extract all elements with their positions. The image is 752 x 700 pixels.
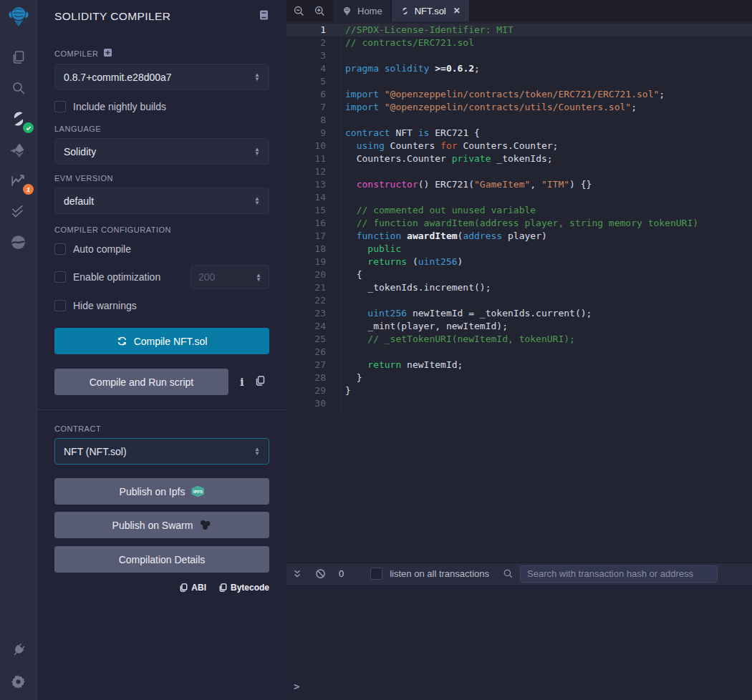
info-icon[interactable]: i: [240, 376, 244, 389]
compilation-details-button[interactable]: Compilation Details: [54, 546, 269, 573]
deploy-run-icon[interactable]: [0, 137, 37, 163]
close-tab-icon[interactable]: ✕: [453, 6, 461, 16]
compiler-version-select[interactable]: 0.8.7+commit.e28d00a7 ▲▼: [54, 64, 269, 90]
compile-button[interactable]: Compile NFT.sol: [54, 328, 269, 354]
code-line-9[interactable]: 9contract NFT is ERC721 {: [286, 127, 752, 140]
line-number: 27: [286, 359, 326, 371]
expand-terminal-icon[interactable]: [292, 569, 302, 579]
code-line-14[interactable]: 14: [286, 191, 752, 204]
line-number: 19: [286, 256, 326, 268]
copy-bytecode-link[interactable]: Bytecode: [219, 583, 269, 593]
code-editor[interactable]: 1//SPDX-License-Identifier: MIT2// contr…: [286, 21, 752, 563]
select-arrows-icon: ▲▼: [254, 147, 260, 155]
code-line-20[interactable]: 20 {: [286, 268, 752, 281]
code-line-27[interactable]: 27 return newItemId;: [286, 359, 752, 371]
transaction-search-input[interactable]: [520, 565, 718, 583]
compiler-config-label: COMPILER CONFIGURATION: [54, 225, 269, 234]
evm-version-select[interactable]: default ▲▼: [54, 188, 269, 214]
compile-success-badge: [23, 122, 34, 133]
code-line-11[interactable]: 11 Counters.Counter private _tokenIds;: [286, 152, 752, 165]
line-number: 26: [286, 346, 326, 359]
code-line-24[interactable]: 24 _mint(player, newItemId);: [286, 320, 752, 333]
code-line-30[interactable]: 30: [286, 397, 752, 410]
remix-logo[interactable]: [0, 4, 37, 29]
static-analysis-icon[interactable]: 1: [0, 167, 37, 193]
transaction-count: 0: [339, 568, 344, 579]
solidity-compiler-icon[interactable]: [0, 106, 37, 132]
language-select[interactable]: Solidity ▲▼: [54, 138, 269, 165]
evm-version-label: EVM VERSION: [54, 174, 269, 183]
line-number: 20: [286, 268, 326, 281]
plugin-manager-icon[interactable]: [0, 637, 37, 663]
remix-ide-window: 1: [0, 0, 752, 700]
nightly-builds-checkbox[interactable]: [54, 101, 66, 112]
clear-console-icon[interactable]: [315, 568, 326, 579]
search-icon[interactable]: [0, 75, 37, 101]
line-number: 12: [286, 165, 326, 178]
code-line-4[interactable]: 4pragma solidity >=0.6.2;: [286, 62, 752, 75]
copy-icon[interactable]: [256, 376, 265, 389]
tab-nft-sol[interactable]: NFT.sol ✕: [392, 0, 470, 21]
code-line-16[interactable]: 16 // function awardItem(address player,…: [286, 217, 752, 230]
line-number: 30: [286, 397, 326, 410]
compiler-section-label: COMPILER: [54, 48, 269, 59]
ipfs-icon: IPFS: [191, 486, 204, 497]
enable-optimization-row: Enable optimization 200 ▲▼: [54, 265, 269, 289]
remix-home-icon: [342, 6, 352, 16]
hide-warnings-checkbox[interactable]: [54, 300, 66, 311]
copy-abi-link[interactable]: ABI: [180, 583, 206, 593]
code-line-3[interactable]: 3: [286, 49, 752, 62]
line-number: 17: [286, 230, 326, 243]
tab-home[interactable]: Home: [333, 0, 392, 21]
line-number: 13: [286, 178, 326, 191]
sourcify-icon[interactable]: [0, 229, 37, 255]
code-line-6[interactable]: 6import "@openzeppelin/contracts/token/E…: [286, 88, 752, 101]
zoom-out-icon[interactable]: [293, 5, 305, 17]
code-line-19[interactable]: 19 returns (uint256): [286, 256, 752, 268]
optimization-runs-input[interactable]: 200 ▲▼: [191, 265, 269, 289]
code-line-12[interactable]: 12: [286, 165, 752, 178]
code-line-23[interactable]: 23 uint256 newItemId = _tokenIds.current…: [286, 307, 752, 320]
compile-and-run-button[interactable]: Compile and Run script: [54, 369, 228, 395]
code-line-2[interactable]: 2// contracts/ERC721.sol: [286, 37, 752, 49]
auto-compile-row: Auto compile: [54, 243, 269, 255]
code-line-29[interactable]: 29}: [286, 384, 752, 397]
code-line-21[interactable]: 21 _tokenIds.increment();: [286, 281, 752, 294]
line-number: 22: [286, 294, 326, 307]
code-line-10[interactable]: 10 using Counters for Counters.Counter;: [286, 140, 752, 152]
code-line-25[interactable]: 25 // _setTokenURI(newItemId, tokenURI);: [286, 333, 752, 346]
line-number: 24: [286, 320, 326, 333]
language-label: LANGUAGE: [54, 125, 269, 133]
terminal-output[interactable]: >: [286, 584, 752, 699]
listen-transactions-label: listen on all transactions: [390, 568, 489, 579]
code-line-18[interactable]: 18 public: [286, 243, 752, 256]
unit-testing-icon[interactable]: [0, 198, 37, 224]
code-line-5[interactable]: 5: [286, 75, 752, 88]
code-line-1[interactable]: 1//SPDX-License-Identifier: MIT: [286, 24, 752, 37]
line-number: 1: [286, 24, 326, 37]
code-line-22[interactable]: 22: [286, 294, 752, 307]
code-line-15[interactable]: 15 // commented out unused variable: [286, 204, 752, 217]
select-arrows-icon: ▲▼: [254, 73, 260, 81]
publish-swarm-button[interactable]: Publish on Swarm: [54, 512, 269, 538]
contract-select[interactable]: NFT (NFT.sol) ▲▼: [54, 438, 269, 465]
listen-transactions-checkbox[interactable]: [370, 568, 382, 580]
code-line-26[interactable]: 26: [286, 346, 752, 359]
documentation-book-icon[interactable]: [259, 9, 269, 24]
compiler-add-icon[interactable]: [103, 48, 112, 59]
settings-gear-icon[interactable]: [0, 669, 37, 694]
code-line-28[interactable]: 28 }: [286, 371, 752, 384]
code-line-13[interactable]: 13 constructor() ERC721("GameItem", "ITM…: [286, 178, 752, 191]
file-explorer-icon[interactable]: [0, 44, 37, 70]
line-number: 4: [286, 62, 326, 75]
select-arrows-icon: ▲▼: [254, 197, 260, 205]
code-line-8[interactable]: 8: [286, 114, 752, 127]
enable-optimization-checkbox[interactable]: [54, 271, 66, 283]
hide-warnings-row: Hide warnings: [54, 300, 269, 311]
code-line-7[interactable]: 7import "@openzeppelin/contracts/utils/C…: [286, 101, 752, 114]
analysis-count-badge: 1: [23, 184, 34, 195]
auto-compile-checkbox[interactable]: [54, 243, 66, 255]
publish-ipfs-button[interactable]: Publish on Ipfs IPFS: [54, 478, 269, 505]
code-line-17[interactable]: 17 function awardItem(address player): [286, 230, 752, 243]
zoom-in-icon[interactable]: [314, 5, 326, 17]
